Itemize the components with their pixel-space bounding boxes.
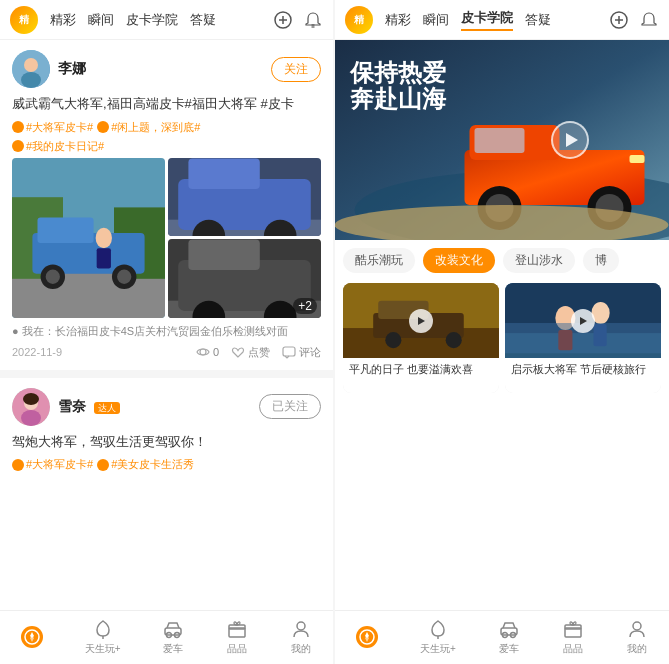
svg-rect-24	[188, 158, 259, 189]
right-nav-dayi[interactable]: 答疑	[525, 11, 551, 29]
play-triangle-icon	[566, 133, 578, 147]
right-logo: 精	[345, 6, 373, 34]
svg-marker-69	[418, 317, 425, 325]
gift-icon	[226, 618, 248, 640]
svg-marker-77	[580, 317, 587, 325]
post1-img-small-2: +2	[168, 239, 321, 318]
video-play-icon-1	[409, 309, 433, 333]
right-nav-mine-label: 我的	[627, 642, 647, 656]
left-bottom-nav-tiansheng[interactable]: 天生玩+	[85, 618, 121, 656]
post2-avatar	[12, 388, 50, 426]
post-card-1: 李娜 关注 威武霸气大将军,福田高端皮卡#福田大将军 #皮卡 #大将军皮卡# #…	[0, 40, 333, 378]
post1-username: 李娜	[58, 60, 86, 78]
right-bottom-nav-car[interactable]: 爱车	[498, 618, 520, 656]
svg-point-67	[385, 332, 401, 348]
sub-tab-bo[interactable]: 博	[583, 248, 619, 273]
left-nav-shunjian[interactable]: 瞬间	[88, 11, 114, 29]
post1-avatar	[12, 50, 50, 88]
left-logo: 精	[10, 6, 38, 34]
nature-icon-right	[427, 618, 449, 640]
svg-point-16	[46, 269, 60, 283]
post2-text: 驾炮大将军，驾驭生活更驾驭你！	[12, 432, 321, 452]
left-nav-tiansheng-label: 天生玩+	[85, 642, 121, 656]
sub-tab-dengshan[interactable]: 登山涉水	[503, 248, 575, 273]
post2-tags: #大将军皮卡# #美女皮卡生活秀	[12, 457, 321, 472]
left-add-icon[interactable]	[273, 10, 293, 30]
svg-rect-14	[38, 217, 94, 243]
left-bottom-nav-pin[interactable]: 品品	[226, 618, 248, 656]
right-bell-icon[interactable]	[639, 10, 659, 30]
post2-tag-1[interactable]: #大将军皮卡#	[12, 457, 93, 472]
svg-point-7	[21, 72, 41, 88]
post1-img-large	[12, 158, 165, 318]
user-icon-left	[290, 618, 312, 640]
post1-comments[interactable]: 评论	[282, 345, 321, 360]
sub-tab-gaizhuang[interactable]: 改装文化	[423, 248, 495, 273]
right-nav-pikaxueyuan[interactable]: 皮卡学院	[461, 9, 513, 31]
post2-tag-2[interactable]: #美女皮卡生活秀	[97, 457, 194, 472]
left-nav-jingcai[interactable]: 精彩	[50, 11, 76, 29]
left-nav-dayi[interactable]: 答疑	[190, 11, 216, 29]
svg-rect-61	[630, 155, 645, 163]
left-nav-pikaxueyuan[interactable]: 皮卡学院	[126, 11, 178, 29]
left-bottom-nav: 天生玩+ 爱车 品品 我的	[0, 610, 333, 664]
post1-tag-2[interactable]: #闲上题，深到底#	[97, 120, 200, 135]
left-bottom-nav-mine[interactable]: 我的	[290, 618, 312, 656]
hero-banner: 保持热爱 奔赴山海	[335, 40, 669, 240]
right-nav-car-label: 爱车	[499, 642, 519, 656]
video-play-icon-2	[571, 309, 595, 333]
post1-more-count: +2	[293, 298, 317, 314]
video-thumb-1	[343, 283, 499, 358]
play-button[interactable]	[551, 121, 589, 159]
svg-point-33	[200, 349, 206, 355]
right-nav-jingcai[interactable]: 精彩	[385, 11, 411, 29]
post2-badge: 达人	[94, 402, 120, 414]
sub-tabs: 酷乐潮玩 改装文化 登山涉水 博	[335, 240, 669, 277]
svg-point-6	[24, 58, 38, 72]
post1-tag-1[interactable]: #大将军皮卡#	[12, 120, 93, 135]
post1-header: 李娜 关注	[12, 50, 321, 88]
post1-footer: 2022-11-9 0 点赞 评论	[12, 345, 321, 360]
right-top-nav: 精 精彩 瞬间 皮卡学院 答疑	[335, 0, 669, 40]
post1-date: 2022-11-9	[12, 346, 184, 358]
sub-tab-kule[interactable]: 酷乐潮玩	[343, 248, 415, 273]
post1-tag-3[interactable]: #我的皮卡日记#	[12, 139, 104, 154]
car-icon	[162, 618, 184, 640]
left-bell-icon[interactable]	[303, 10, 323, 30]
post1-text: 威武霸气大将军,福田高端皮卡#福田大将军 #皮卡	[12, 94, 321, 114]
right-panel: 精 精彩 瞬间 皮卡学院 答疑	[335, 0, 669, 664]
right-nav-shunjian[interactable]: 瞬间	[423, 11, 449, 29]
right-bottom-nav-pin[interactable]: 品品	[562, 618, 584, 656]
left-nav-car-label: 爱车	[163, 642, 183, 656]
post1-img-small-1	[168, 158, 321, 237]
right-bottom-nav-mine[interactable]: 我的	[626, 618, 648, 656]
post2-followed-button[interactable]: 已关注	[259, 394, 321, 419]
user-icon-right	[626, 618, 648, 640]
left-scroll-content: 李娜 关注 威武霸气大将军,福田高端皮卡#福田大将军 #皮卡 #大将军皮卡# #…	[0, 40, 333, 610]
right-scroll-content: 保持热爱 奔赴山海 酷乐潮玩 改装文化 登山涉水 博	[335, 40, 669, 610]
post2-header: 雪奈 达人 已关注	[12, 388, 321, 426]
right-nav-pin-label: 品品	[563, 642, 583, 656]
video-label-2: 启示板大将军 节后硬核旅行	[505, 358, 661, 393]
video-grid: 平凡的日子 也要溢满欢喜	[335, 277, 669, 399]
post2-name-group: 雪奈 达人	[58, 397, 120, 416]
post1-likes[interactable]: 点赞	[231, 345, 270, 360]
video-card-2[interactable]: 启示板大将军 节后硬核旅行	[505, 283, 661, 393]
right-add-icon[interactable]	[609, 10, 629, 30]
video-card-1[interactable]: 平凡的日子 也要溢满欢喜	[343, 283, 499, 393]
left-bottom-nav-home[interactable]	[21, 626, 43, 648]
svg-point-18	[117, 269, 131, 283]
svg-point-38	[23, 393, 39, 405]
left-top-nav: 精 精彩 瞬间 皮卡学院 答疑	[0, 0, 333, 40]
left-bottom-nav-car[interactable]: 爱车	[162, 618, 184, 656]
hero-text: 保持热爱 奔赴山海	[350, 60, 446, 113]
right-bottom-nav-tiansheng[interactable]: 天生玩+	[420, 618, 456, 656]
svg-point-68	[446, 332, 462, 348]
svg-point-37	[21, 410, 41, 426]
svg-rect-20	[97, 248, 111, 268]
post1-location: ● 我在：长治福田皮卡4S店关村汽贸园金伯乐检测线对面	[12, 324, 321, 339]
right-bottom-nav-home[interactable]	[356, 626, 378, 648]
post1-image-grid: +2	[12, 158, 321, 318]
post1-follow-button[interactable]: 关注	[271, 57, 321, 82]
svg-point-87	[633, 622, 641, 630]
